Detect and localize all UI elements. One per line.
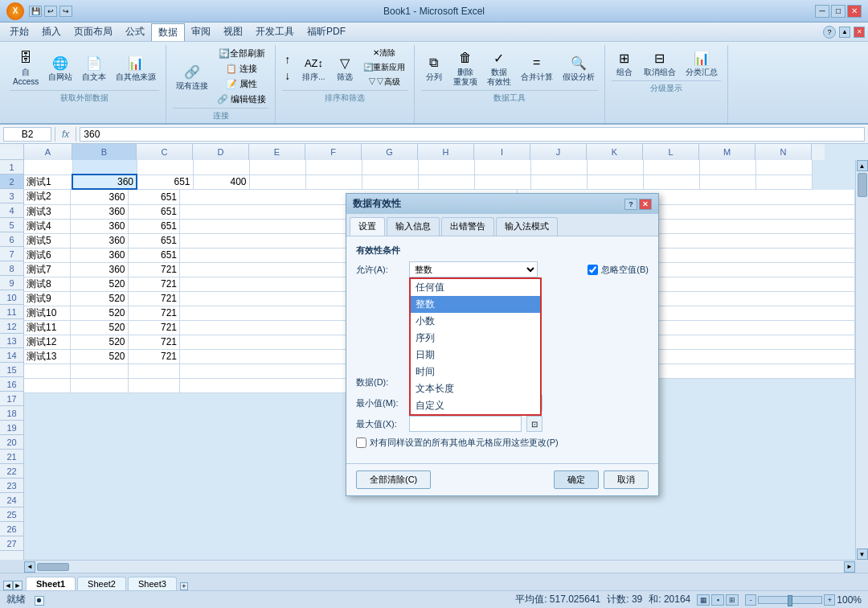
col-header-B[interactable]: B bbox=[72, 144, 137, 160]
dialog-max-input[interactable] bbox=[409, 416, 522, 432]
cell-J2[interactable] bbox=[530, 175, 587, 189]
cell-C10[interactable]: 721 bbox=[128, 291, 180, 306]
dialog-allow-select[interactable]: 整数 bbox=[409, 261, 538, 277]
sheet-nav-prev[interactable]: ◄ bbox=[3, 581, 13, 590]
btn-clear-filter[interactable]: ✕清除 bbox=[361, 47, 407, 60]
cell-C8[interactable]: 721 bbox=[128, 262, 180, 277]
row-header-11[interactable]: 11 bbox=[0, 305, 23, 319]
cell-F2[interactable] bbox=[305, 175, 362, 189]
cell-reference[interactable]: B2 bbox=[3, 127, 51, 142]
dropdown-item-text-length[interactable]: 文本长度 bbox=[411, 380, 540, 397]
menu-start[interactable]: 开始 bbox=[3, 23, 35, 40]
cell-K2[interactable] bbox=[587, 175, 643, 189]
row-header-18[interactable]: 18 bbox=[0, 406, 23, 421]
dropdown-item-integer[interactable]: 整数 bbox=[411, 296, 540, 313]
cell-C14[interactable]: 721 bbox=[128, 349, 180, 364]
sheet-tab-2[interactable]: Sheet2 bbox=[77, 577, 126, 590]
btn-text-to-columns[interactable]: ⧉ 分列 bbox=[421, 51, 447, 84]
ribbon-minimize-btn[interactable]: ▲ bbox=[839, 27, 850, 38]
row-header-5[interactable]: 5 bbox=[0, 218, 23, 232]
window-close-btn[interactable]: ✕ bbox=[854, 27, 865, 38]
close-btn[interactable]: ✕ bbox=[847, 5, 862, 18]
cell-L1[interactable] bbox=[643, 160, 699, 175]
menu-developer[interactable]: 开发工具 bbox=[249, 23, 301, 40]
col-header-J[interactable]: J bbox=[530, 144, 587, 160]
add-sheet-btn[interactable]: + bbox=[180, 582, 188, 590]
cell-I2[interactable] bbox=[474, 175, 530, 189]
btn-group[interactable]: ⊞ 组合 bbox=[612, 47, 637, 79]
row-header-7[interactable]: 7 bbox=[0, 247, 23, 261]
zoom-out-btn[interactable]: - bbox=[745, 594, 756, 606]
btn-sort[interactable]: AZ↕ 排序... bbox=[299, 51, 328, 84]
btn-consolidate[interactable]: = 合并计算 bbox=[518, 51, 556, 84]
row-header-3[interactable]: 3 bbox=[0, 189, 23, 203]
btn-sort-desc[interactable]: ↓ bbox=[282, 68, 293, 83]
cell-A15[interactable] bbox=[24, 364, 70, 378]
row-header-27[interactable]: 27 bbox=[0, 536, 23, 551]
cell-A2[interactable]: 测试1 bbox=[24, 175, 72, 189]
row-header-23[interactable]: 23 bbox=[0, 479, 23, 493]
cell-A16[interactable] bbox=[24, 378, 70, 392]
dialog-tab-settings[interactable]: 设置 bbox=[350, 217, 385, 236]
dropdown-item-decimal[interactable]: 小数 bbox=[411, 313, 540, 330]
btn-web[interactable]: 🌐 自网站 bbox=[45, 51, 76, 84]
cell-A7[interactable]: 测试6 bbox=[24, 248, 70, 262]
cell-A3[interactable]: 测试2 bbox=[24, 190, 70, 204]
cell-B6[interactable]: 360 bbox=[70, 233, 128, 248]
cell-C6[interactable]: 651 bbox=[128, 233, 180, 248]
dialog-ok-btn[interactable]: 确定 bbox=[554, 470, 599, 489]
horizontal-scrollbar[interactable]: ◄ ► bbox=[24, 560, 855, 573]
dialog-clear-all-btn[interactable]: 全部清除(C) bbox=[356, 470, 431, 489]
dialog-close-btn[interactable]: ✕ bbox=[639, 199, 652, 210]
cell-A13[interactable]: 测试12 bbox=[24, 335, 70, 349]
scroll-thumb-v[interactable] bbox=[858, 173, 867, 197]
dialog-tab-error-alert[interactable]: 出错警告 bbox=[441, 217, 494, 236]
btn-what-if[interactable]: 🔍 假设分析 bbox=[559, 51, 598, 84]
dialog-apply-checkbox[interactable] bbox=[356, 438, 366, 448]
scroll-left-btn[interactable]: ◄ bbox=[24, 561, 35, 573]
btn-properties[interactable]: 📝 属性 bbox=[215, 77, 268, 91]
row-header-16[interactable]: 16 bbox=[0, 377, 23, 392]
cell-E2[interactable] bbox=[249, 175, 305, 189]
cell-B16[interactable] bbox=[70, 378, 128, 392]
cell-B14[interactable]: 520 bbox=[70, 349, 128, 364]
cell-B2[interactable]: 360 bbox=[72, 175, 137, 189]
cell-A9[interactable]: 测试8 bbox=[24, 277, 70, 291]
cell-A1[interactable] bbox=[24, 160, 72, 175]
btn-data-validation[interactable]: ✓ 数据有效性 bbox=[484, 47, 514, 88]
cell-E1[interactable] bbox=[249, 160, 305, 175]
menu-view[interactable]: 视图 bbox=[217, 23, 249, 40]
cell-B4[interactable]: 360 bbox=[70, 204, 128, 219]
cell-N1[interactable] bbox=[755, 160, 812, 175]
dropdown-item-time[interactable]: 时间 bbox=[411, 364, 540, 380]
zoom-slider[interactable] bbox=[758, 596, 822, 604]
cell-B9[interactable]: 520 bbox=[70, 277, 128, 291]
col-header-K[interactable]: K bbox=[587, 144, 643, 160]
row-header-24[interactable]: 24 bbox=[0, 493, 23, 507]
help-btn[interactable]: ? bbox=[823, 26, 836, 39]
zoom-in-btn[interactable]: + bbox=[824, 594, 835, 606]
cell-H1[interactable] bbox=[418, 160, 474, 175]
dropdown-list[interactable]: 任何值 整数 小数 序列 日期 时间 文本长度 自定义 bbox=[409, 277, 542, 416]
dropdown-item-any[interactable]: 任何值 bbox=[411, 279, 540, 296]
page-layout-btn[interactable]: ▪ bbox=[711, 594, 724, 606]
cell-K1[interactable] bbox=[587, 160, 643, 175]
col-header-N[interactable]: N bbox=[755, 144, 812, 160]
cell-B15[interactable] bbox=[70, 364, 128, 378]
scroll-thumb-h[interactable] bbox=[37, 563, 69, 571]
cell-C1[interactable] bbox=[137, 160, 193, 175]
cell-B10[interactable]: 520 bbox=[70, 291, 128, 306]
row-header-25[interactable]: 25 bbox=[0, 507, 23, 522]
btn-subtotal[interactable]: 📊 分类汇总 bbox=[682, 47, 721, 79]
cell-B7[interactable]: 360 bbox=[70, 248, 128, 262]
cell-A4[interactable]: 测试3 bbox=[24, 204, 70, 219]
btn-ungroup[interactable]: ⊟ 取消组合 bbox=[641, 47, 679, 79]
cell-A6[interactable]: 测试5 bbox=[24, 233, 70, 248]
cell-B11[interactable]: 520 bbox=[70, 306, 128, 320]
cell-N2[interactable] bbox=[755, 175, 812, 189]
dialog-cancel-btn[interactable]: 取消 bbox=[604, 470, 649, 489]
btn-filter[interactable]: ▽ 筛选 bbox=[332, 51, 358, 84]
cell-B1[interactable] bbox=[72, 160, 137, 175]
dialog-tab-input-msg[interactable]: 输入信息 bbox=[387, 217, 440, 236]
row-header-17[interactable]: 17 bbox=[0, 392, 23, 406]
